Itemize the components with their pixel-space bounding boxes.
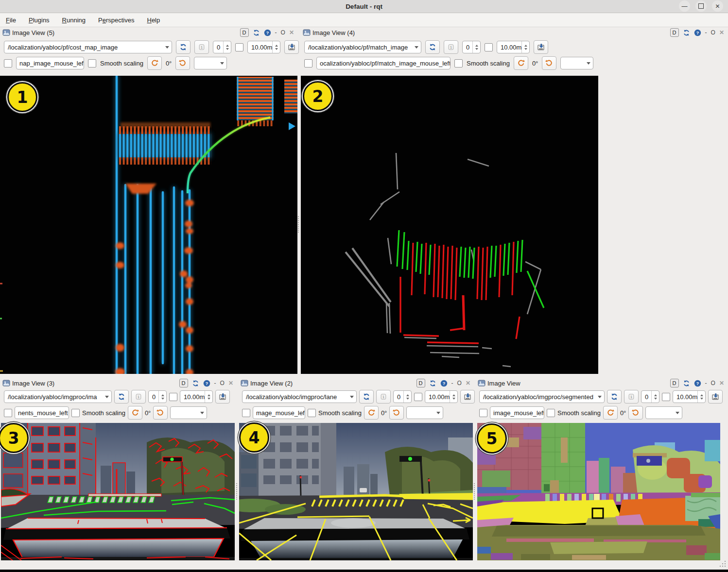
panel-titlebar[interactable]: Image View (4) D ? - O ✕ [300,27,728,38]
save-image-button[interactable] [215,390,230,404]
spin-arrows-icon[interactable] [651,391,659,403]
mouse-topic-field[interactable]: mage_mouse_left [253,406,305,419]
publish-click-checkbox[interactable] [4,59,12,67]
spin-arrows-icon[interactable] [158,391,166,403]
panel-close-button[interactable]: ✕ [289,29,294,36]
menu-running[interactable]: Running [62,17,86,24]
dynamic-range-checkbox[interactable] [662,393,670,401]
dock-button[interactable]: D [670,28,679,37]
line-segments-image[interactable] [1,423,235,560]
help-icon[interactable]: ? [203,380,210,387]
help-icon[interactable]: ? [264,29,271,36]
rotate-ccw-button[interactable] [128,406,142,420]
window-minimize-button[interactable]: — [679,0,690,12]
dock-button[interactable]: D [240,28,249,37]
smooth-scaling-checkbox[interactable] [454,59,463,67]
snapshot-button[interactable]: 1 [376,390,391,404]
menu-help[interactable]: Help [147,17,160,24]
max-range-spinbox[interactable]: 10.00m [673,390,706,403]
rotate-cw-button[interactable] [389,406,404,420]
dock-button[interactable]: D [670,379,679,387]
refresh-topics-button[interactable] [114,390,129,404]
topic-select[interactable]: /localization/yabloc/imgproc/segmented [479,390,605,403]
reload-plugin-icon[interactable] [192,380,199,387]
panel-titlebar[interactable]: Image View (2) D ? - O ✕ [238,378,474,388]
max-range-spinbox[interactable]: 10.00m [425,390,458,403]
reload-plugin-icon[interactable] [429,380,436,387]
splitter-handle[interactable] [298,216,300,233]
panel-minimize-button[interactable]: - [705,29,707,36]
panel-close-button[interactable]: ✕ [719,29,724,36]
mouse-topic-field[interactable]: ocalization/yabloc/pf/match_image_mouse_… [316,57,451,69]
save-image-button[interactable] [708,390,723,404]
panel-titlebar[interactable]: Image View (3) D ? - O ✕ [0,378,237,388]
refresh-topics-button[interactable] [176,40,191,54]
snapshot-button[interactable]: 1 [194,40,209,54]
dynamic-range-checkbox[interactable] [169,393,177,401]
segmented-image[interactable] [477,423,720,560]
panel-titlebar[interactable]: Image View (5) D ? - O ✕ [0,27,298,38]
frame-spinbox[interactable]: 0 [148,390,167,403]
resize-grip[interactable] [719,560,726,567]
publish-click-checkbox[interactable] [479,409,487,417]
window-close-button[interactable]: ✕ [712,0,723,12]
dynamic-range-checkbox[interactable] [485,43,493,51]
rotation-combo[interactable] [406,406,443,419]
publish-click-checkbox[interactable] [4,409,12,417]
dock-button[interactable]: D [416,379,425,387]
panel-close-button[interactable]: ✕ [228,380,233,387]
panel-restore-button[interactable]: O [711,29,715,36]
window-titlebar[interactable]: Default - rqt — ✕ [0,0,728,13]
frame-spinbox[interactable]: 0 [393,390,412,403]
topic-select[interactable]: /localization/yabloc/imgproc/ima [4,390,112,403]
spin-arrows-icon[interactable] [403,391,411,403]
save-image-button[interactable] [460,390,475,404]
spin-arrows-icon[interactable] [472,41,480,53]
frame-spinbox[interactable]: 0 [641,390,659,403]
save-image-button[interactable] [534,40,548,54]
menu-plugins[interactable]: Plugins [29,17,50,24]
rotation-combo[interactable] [194,57,227,69]
panel-close-button[interactable]: ✕ [466,380,470,387]
reload-plugin-icon[interactable] [683,29,690,36]
mouse-topic-field[interactable]: image_mouse_left [490,406,544,419]
topic-select[interactable]: /localization/yabloc/imgproc/lane [242,390,357,403]
rotate-ccw-button[interactable] [514,56,528,70]
panel-restore-button[interactable]: O [220,380,225,387]
menu-perspectives[interactable]: Perspectives [98,17,134,24]
max-range-spinbox[interactable]: 10.00m [180,390,213,403]
refresh-topics-button[interactable] [425,40,440,54]
spin-arrows-icon[interactable] [223,41,231,53]
match-image[interactable] [301,76,598,374]
panel-minimize-button[interactable]: - [275,29,277,36]
smooth-scaling-checkbox[interactable] [88,59,96,67]
mouse-topic-field[interactable]: nap_image_mouse_left [16,57,84,69]
spin-arrows-icon[interactable] [450,391,457,403]
panel-titlebar[interactable]: Image View D ? - O ✕ [475,378,728,388]
max-range-spinbox[interactable]: 10.00m [497,41,530,53]
rotation-combo[interactable] [645,406,682,419]
save-image-button[interactable] [284,40,299,54]
dynamic-range-checkbox[interactable] [414,393,422,401]
mouse-topic-field[interactable]: nents_mouse_left [15,406,69,419]
help-icon[interactable]: ? [694,380,701,387]
dynamic-range-checkbox[interactable] [235,43,243,51]
lane-image[interactable] [239,423,473,560]
rotate-ccw-button[interactable] [364,406,379,420]
panel-minimize-button[interactable]: - [214,380,216,387]
max-range-spinbox[interactable]: 10.00m [247,41,280,53]
panel-restore-button[interactable]: O [711,380,715,387]
topic-select[interactable]: /localization/yabloc/pf/match_image [304,41,421,53]
snapshot-button[interactable]: 1 [131,390,146,404]
reload-plugin-icon[interactable] [253,29,260,36]
rotate-cw-button[interactable] [153,406,168,420]
panel-minimize-button[interactable]: - [705,380,707,387]
frame-spinbox[interactable]: 0 [462,41,481,53]
spin-arrows-icon[interactable] [205,391,212,403]
rotate-ccw-button[interactable] [603,406,618,420]
frame-spinbox[interactable]: 0 [213,41,231,53]
cost-map-image[interactable] [0,76,297,374]
publish-click-checkbox[interactable] [242,409,250,417]
topic-select[interactable]: /localization/yabloc/pf/cost_map_image [4,41,172,53]
panel-minimize-button[interactable]: - [451,380,453,387]
